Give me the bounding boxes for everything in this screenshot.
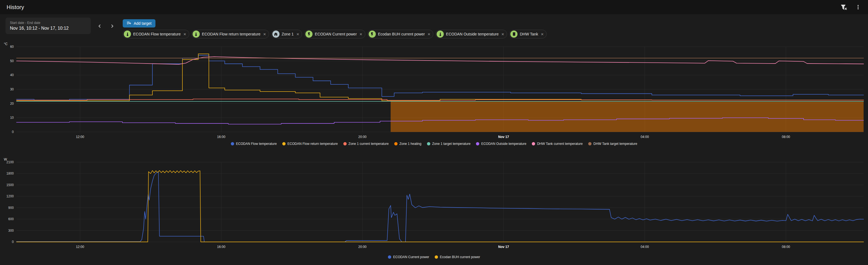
thermometer-icon — [124, 31, 131, 38]
chip-remove-icon[interactable]: × — [427, 32, 430, 37]
target-chip[interactable]: ECODAN Outside temperature× — [435, 30, 507, 38]
svg-text:12:00: 12:00 — [76, 245, 84, 249]
legend-item[interactable]: Zone 1 target temperature — [427, 142, 470, 146]
home-icon — [272, 31, 280, 38]
legend-dot — [435, 255, 438, 259]
svg-text:20: 20 — [10, 102, 14, 105]
legend-dot — [394, 142, 398, 145]
history-page: History Start date - End date Nov 16, 10… — [0, 0, 868, 265]
svg-text:900: 900 — [8, 206, 14, 210]
svg-text:20:00: 20:00 — [358, 245, 367, 249]
legend-dot — [388, 255, 391, 259]
chip-label: ECODAN Outside temperature — [446, 32, 498, 36]
chevron-left-icon — [96, 23, 103, 29]
svg-text:08:00: 08:00 — [782, 245, 790, 249]
legend-item[interactable]: DHW Tank target temperature — [588, 142, 637, 146]
previous-period-button[interactable] — [94, 21, 105, 32]
legend-dot — [343, 142, 347, 145]
legend-dot — [532, 142, 535, 145]
next-period-button[interactable] — [107, 21, 118, 32]
svg-text:20:00: 20:00 — [358, 135, 367, 139]
chip-remove-icon[interactable]: × — [359, 32, 362, 37]
chip-remove-icon[interactable]: × — [183, 32, 186, 37]
chip-label: DHW Tank — [520, 32, 538, 36]
svg-text:0: 0 — [12, 240, 14, 244]
target-chip[interactable]: ECODAN Flow temperature× — [123, 30, 189, 38]
legend-item[interactable]: ECODAN Current power — [388, 255, 429, 259]
filter-remove-icon[interactable] — [840, 4, 847, 10]
svg-text:16:00: 16:00 — [217, 135, 225, 139]
svg-text:08:00: 08:00 — [782, 135, 790, 139]
history-controls: Start date - End date Nov 16, 10:12 - No… — [0, 14, 868, 38]
svg-text:12:00: 12:00 — [76, 135, 84, 139]
svg-text:10: 10 — [10, 116, 14, 120]
chip-label: Zone 1 — [282, 32, 294, 36]
svg-text:300: 300 — [8, 229, 14, 233]
svg-text:04:00: 04:00 — [641, 135, 649, 139]
chip-remove-icon[interactable]: × — [263, 32, 266, 37]
water-boiler-icon — [510, 31, 518, 38]
playlist-plus-icon — [127, 21, 131, 26]
legend-item[interactable]: DHW Tank current temperature — [532, 142, 583, 146]
svg-text:Nov 17: Nov 17 — [498, 245, 509, 249]
legend-dot — [588, 142, 591, 145]
legend-label: Zone 1 current temperature — [348, 142, 389, 146]
target-chip[interactable]: ECODAN Current power× — [304, 30, 365, 38]
date-range-label: Start date - End date — [10, 21, 86, 25]
date-range-picker[interactable]: Start date - End date Nov 16, 10:12 - No… — [5, 18, 91, 34]
thermometer-icon — [437, 31, 444, 38]
add-target-button[interactable]: Add target — [123, 19, 155, 28]
power-history-chart[interactable]: 0300600900120015001800210012:0016:0020:0… — [0, 152, 868, 253]
svg-text:1200: 1200 — [6, 194, 14, 198]
legend-dot — [282, 142, 286, 145]
chip-label: ECODAN Flow return temperature — [202, 32, 260, 36]
legend-item[interactable]: Ecodan BUH current power — [435, 255, 480, 259]
legend-item[interactable]: ECODAN Flow temperature — [231, 142, 277, 146]
svg-text:40: 40 — [10, 73, 14, 77]
temperature-chart-legend: ECODAN Flow temperatureECODAN Flow retur… — [0, 142, 868, 146]
flash-icon — [369, 31, 376, 38]
app-header-actions — [840, 4, 861, 10]
chip-label: ECODAN Flow temperature — [133, 32, 181, 36]
flash-icon — [305, 31, 313, 38]
legend-item[interactable]: ECODAN Outside temperature — [476, 142, 526, 146]
svg-text:60: 60 — [10, 45, 14, 49]
target-chip[interactable]: Zone 1× — [271, 30, 302, 38]
legend-label: Ecodan BUH current power — [440, 255, 480, 259]
svg-text:600: 600 — [8, 217, 14, 221]
thermometer-icon — [193, 31, 200, 38]
legend-item[interactable]: Zone 1 current temperature — [343, 142, 389, 146]
legend-label: Zone 1 target temperature — [432, 142, 470, 146]
target-chip[interactable]: ECODAN Flow return temperature× — [191, 30, 269, 38]
chip-remove-icon[interactable]: × — [540, 32, 544, 37]
legend-item[interactable]: ECODAN Flow return temperature — [282, 142, 338, 146]
svg-text:W: W — [4, 158, 7, 161]
legend-label: ECODAN Flow return temperature — [287, 142, 338, 146]
target-chip[interactable]: Ecodan BUH current power× — [368, 30, 433, 38]
svg-text:1500: 1500 — [6, 183, 14, 187]
chip-label: Ecodan BUH current power — [378, 32, 425, 36]
svg-text:0: 0 — [12, 130, 14, 134]
chip-label: ECODAN Current power — [315, 32, 357, 36]
legend-item[interactable]: Zone 1 heating — [394, 142, 422, 146]
chip-remove-icon[interactable]: × — [501, 32, 504, 37]
svg-text:Nov 17: Nov 17 — [498, 135, 509, 139]
legend-dot — [231, 142, 234, 145]
target-chip[interactable]: DHW Tank× — [509, 30, 547, 38]
chip-remove-icon[interactable]: × — [296, 32, 299, 37]
svg-text:16:00: 16:00 — [217, 245, 225, 249]
svg-text:°C: °C — [4, 42, 8, 46]
overflow-menu-icon[interactable] — [855, 4, 861, 10]
target-picker: Add target ECODAN Flow temperature×ECODA… — [123, 19, 547, 38]
legend-dot — [476, 142, 479, 145]
legend-label: DHW Tank target temperature — [593, 142, 637, 146]
add-target-label: Add target — [134, 21, 152, 26]
legend-label: Zone 1 heating — [400, 142, 422, 146]
chevron-right-icon — [109, 23, 116, 29]
svg-text:30: 30 — [10, 88, 14, 91]
legend-label: ECODAN Current power — [393, 255, 429, 259]
date-range-value: Nov 16, 10:12 - Nov 17, 10:12 — [10, 26, 86, 31]
temperature-history-chart[interactable]: 010203040506012:0016:0020:00Nov 1704:000… — [0, 41, 868, 140]
svg-text:1800: 1800 — [6, 171, 14, 175]
power-chart-legend: ECODAN Current powerEcodan BUH current p… — [0, 255, 868, 259]
